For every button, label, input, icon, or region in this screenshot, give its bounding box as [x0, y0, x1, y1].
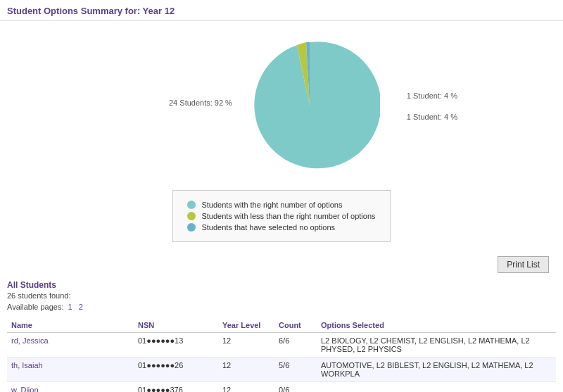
students-table: Name NSN Year Level Count Options Select… — [7, 318, 556, 392]
chart-section: 24 Students: 92 % 1 Student: 4 % 1 Stude… — [0, 21, 563, 249]
table-header-row: Name NSN Year Level Count Options Select… — [7, 318, 556, 333]
page-title: Student Options Summary for: Year 12 — [0, 0, 563, 21]
student-count: 6/6 — [274, 333, 317, 358]
col-header-nsn: NSN — [134, 318, 218, 333]
student-count: 5/6 — [274, 358, 317, 382]
chart-area: 24 Students: 92 % 1 Student: 4 % 1 Stude… — [0, 35, 563, 176]
students-found-text: 26 students found: — [7, 291, 556, 300]
print-list-button[interactable]: Print List — [498, 256, 549, 273]
page-link-2[interactable]: 2 — [79, 303, 83, 311]
legend-dot-1 — [187, 201, 196, 209]
pie-chart — [239, 35, 380, 176]
col-header-year: Year Level — [218, 318, 274, 333]
student-name-link[interactable]: th, Isaiah — [11, 361, 43, 369]
student-nsn: 01●●●●●●26 — [134, 358, 218, 382]
legend-item-3: Students that have selected no options — [187, 223, 375, 232]
student-name-link[interactable]: rd, Jessica — [11, 336, 49, 345]
table-row: w, Dijon01●●●●●376120/6 — [7, 382, 556, 393]
legend-dot-3 — [187, 223, 196, 232]
student-year: 12 — [218, 358, 274, 382]
legend-item-2: Students with less than the right number… — [187, 212, 375, 220]
student-options: AUTOMOTIVE, L2 BIBLEST, L2 ENGLISH, L2 M… — [317, 358, 556, 382]
pages-label-text: Available pages: — [7, 303, 64, 311]
legend-dot-2 — [187, 212, 196, 220]
print-section: Print List — [0, 249, 563, 280]
pages-available: Available pages: 1 2 — [7, 303, 556, 311]
student-year: 12 — [218, 333, 274, 358]
pie-label-left: 24 Students: 92 % — [169, 99, 232, 107]
all-students-heading: All Students — [7, 280, 556, 290]
col-header-name: Name — [7, 318, 134, 333]
student-options — [317, 382, 556, 393]
legend-label-3: Students that have selected no options — [201, 223, 335, 232]
legend-label-1: Students with the right number of option… — [201, 201, 342, 209]
pie-label-right-bottom: 1 Student: 4 % — [407, 113, 457, 121]
student-name-link[interactable]: w, Dijon — [11, 386, 39, 392]
pie-label-right-top: 1 Student: 4 % — [407, 91, 457, 100]
students-section: All Students 26 students found: Availabl… — [0, 280, 563, 392]
student-count: 0/6 — [274, 382, 317, 393]
student-year: 12 — [218, 382, 274, 393]
col-header-count: Count — [274, 318, 317, 333]
student-nsn: 01●●●●●●13 — [134, 333, 218, 358]
student-nsn: 01●●●●●376 — [134, 382, 218, 393]
legend-item-1: Students with the right number of option… — [187, 201, 375, 209]
chart-legend: Students with the right number of option… — [172, 190, 390, 242]
pie-container: 24 Students: 92 % 1 Student: 4 % 1 Stude… — [239, 35, 380, 176]
page-link-1[interactable]: 1 — [68, 303, 72, 311]
table-row: th, Isaiah01●●●●●●26125/6AUTOMOTIVE, L2 … — [7, 358, 556, 382]
table-row: rd, Jessica01●●●●●●13126/6L2 BIOLOGY, L2… — [7, 333, 556, 358]
col-header-options: Options Selected — [317, 318, 556, 333]
legend-label-2: Students with less than the right number… — [201, 212, 375, 220]
student-options: L2 BIOLOGY, L2 CHEMIST, L2 ENGLISH, L2 M… — [317, 333, 556, 358]
